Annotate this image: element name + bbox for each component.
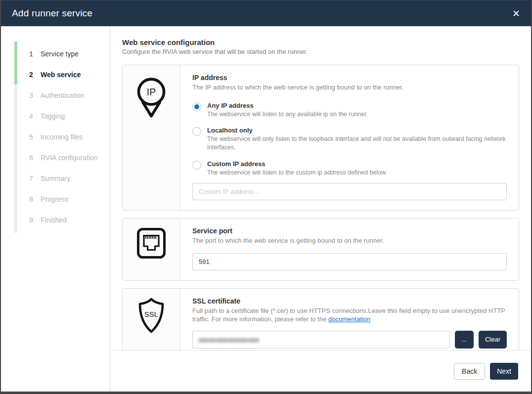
wizard-progress-completed-bar <box>14 42 17 85</box>
ip-address-card: IP IP address The IP address to which th… <box>122 65 519 211</box>
dialog-footer: Back Next <box>110 350 531 392</box>
radio-option-localhost-only[interactable]: Localhost only The webservice will only … <box>192 127 507 152</box>
clear-button[interactable]: Clear <box>479 331 507 349</box>
ip-address-description: The IP address to which the web service … <box>192 83 507 92</box>
ssl-shield-icon: SSL <box>135 297 167 335</box>
ethernet-port-icon <box>136 227 166 259</box>
service-port-card: Service port The port to which the web s… <box>122 218 519 281</box>
add-runner-service-dialog: Add runner service ✕ 1 Service type 2 We… <box>0 0 532 394</box>
svg-text:SSL: SSL <box>144 310 158 318</box>
ssl-certificate-path-input[interactable]: ▆▆▆ ▆▆ ▆▆▆ ▆▆▆▆▆▆ ▆▆▆ <box>192 331 450 349</box>
wizard-step-rvia-configuration[interactable]: 6 RVIA configuration <box>29 147 98 168</box>
obscured-path-value: ▆▆▆ ▆▆ ▆▆▆ ▆▆▆▆▆▆ ▆▆▆ <box>199 337 259 342</box>
wizard-step-incoming-files[interactable]: 5 Incoming files <box>29 127 98 147</box>
wizard-step-web-service[interactable]: 2 Web service <box>29 64 98 85</box>
ssl-certificate-card: SSL SSL certificate Full path to a certi… <box>122 288 519 350</box>
wizard-progress-track <box>14 42 17 233</box>
ip-location-pin-icon: IP <box>134 76 168 120</box>
wizard-step-tagging[interactable]: 4 Tagging <box>29 106 98 127</box>
page-subtitle: Configure the RVIA web service that will… <box>122 48 519 55</box>
ssl-certificate-title: SSL certificate <box>192 297 507 305</box>
wizard-step-finished[interactable]: 9 Finished <box>29 210 98 230</box>
browse-file-button[interactable]: ... <box>455 331 474 349</box>
radio-option-custom-ip[interactable]: Custom IP address The webservice will li… <box>192 160 507 177</box>
service-port-input[interactable] <box>192 253 507 270</box>
ip-option-group: Any IP address The webservice will liste… <box>192 102 507 177</box>
wizard-step-progress[interactable]: 8 Progress <box>29 189 98 210</box>
ssl-certificate-description: Full path to a certificate file (*.cer) … <box>192 306 507 324</box>
dialog-titlebar: Add runner service ✕ <box>1 0 531 26</box>
page-title: Web service configuration <box>122 38 519 46</box>
dialog-title: Add runner service <box>12 8 92 19</box>
service-port-title: Service port <box>192 227 507 235</box>
radio-button[interactable] <box>192 161 201 170</box>
custom-ip-address-input[interactable] <box>192 183 507 200</box>
radio-button-selected[interactable] <box>192 102 201 111</box>
wizard-progress-remaining-bar <box>14 85 17 233</box>
close-icon[interactable]: ✕ <box>512 9 520 18</box>
wizard-step-summary[interactable]: 7 Summary <box>29 168 98 189</box>
documentation-link[interactable]: documentation <box>328 315 370 323</box>
ip-address-title: IP address <box>192 74 507 82</box>
back-button[interactable]: Back <box>454 363 485 380</box>
wizard-step-service-type[interactable]: 1 Service type <box>29 44 98 64</box>
web-service-configuration-panel: Web service configuration Configure the … <box>110 26 531 350</box>
radio-option-any-ip[interactable]: Any IP address The webservice will liste… <box>192 102 507 119</box>
wizard-step-list: 1 Service type 2 Web service 3 Authentic… <box>29 44 98 230</box>
wizard-step-nav: 1 Service type 2 Web service 3 Authentic… <box>1 26 110 392</box>
svg-text:IP: IP <box>147 87 156 97</box>
wizard-step-authentication[interactable]: 3 Authentication <box>29 85 98 106</box>
radio-button[interactable] <box>192 127 201 136</box>
next-button[interactable]: Next <box>490 363 518 380</box>
service-port-description: The port to which the web service is get… <box>192 236 507 245</box>
